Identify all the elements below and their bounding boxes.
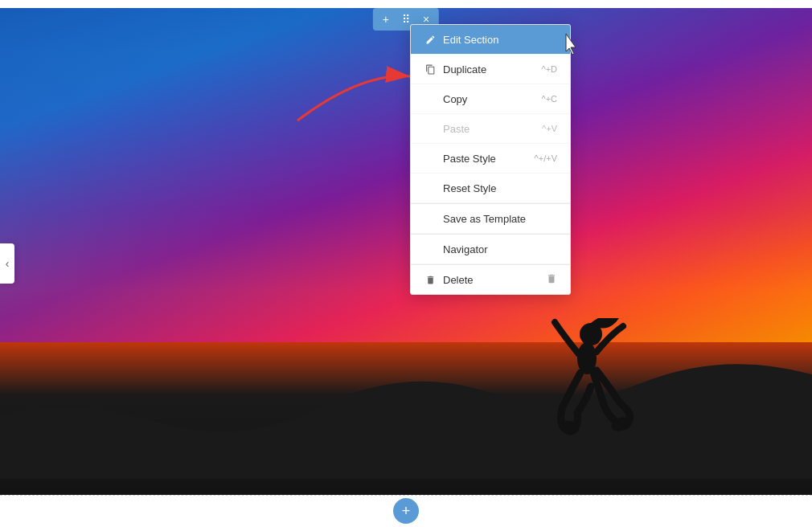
duplicate-icon: [424, 63, 437, 76]
left-panel-handle[interactable]: ‹: [0, 243, 14, 284]
add-icon: +: [402, 503, 411, 520]
paste-icon: [424, 122, 437, 135]
menu-item-copy[interactable]: Copy ^+C: [411, 84, 570, 114]
top-bar: [0, 0, 812, 8]
add-section-bottom-button[interactable]: +: [393, 498, 419, 524]
menu-item-save-template[interactable]: Save as Template: [411, 204, 570, 234]
reset-style-icon: [424, 182, 437, 194]
menu-item-paste-style[interactable]: Paste Style ^+/+V: [411, 144, 570, 174]
save-template-icon: [424, 212, 437, 225]
chevron-left-icon: ‹: [6, 257, 10, 270]
context-menu: Edit Section Duplicate ^+D Copy ^+C Past…: [410, 24, 571, 295]
menu-item-paste: Paste ^+V: [411, 114, 570, 144]
navigator-icon: [424, 243, 437, 255]
ground-silhouette: [0, 318, 812, 479]
menu-item-reset-style[interactable]: Reset Style: [411, 174, 570, 203]
sky-overlay: [0, 0, 812, 342]
paste-style-icon: [424, 152, 437, 165]
menu-item-delete[interactable]: Delete: [411, 265, 570, 294]
pencil-icon: [424, 33, 437, 46]
copy-icon: [424, 92, 437, 105]
menu-item-navigator[interactable]: Navigator: [411, 235, 570, 264]
add-section-button[interactable]: +: [379, 11, 392, 27]
menu-item-duplicate[interactable]: Duplicate ^+D: [411, 55, 570, 84]
bottom-bar: +: [0, 495, 812, 527]
trash-icon: [424, 273, 437, 286]
menu-item-edit-section[interactable]: Edit Section: [411, 25, 570, 55]
